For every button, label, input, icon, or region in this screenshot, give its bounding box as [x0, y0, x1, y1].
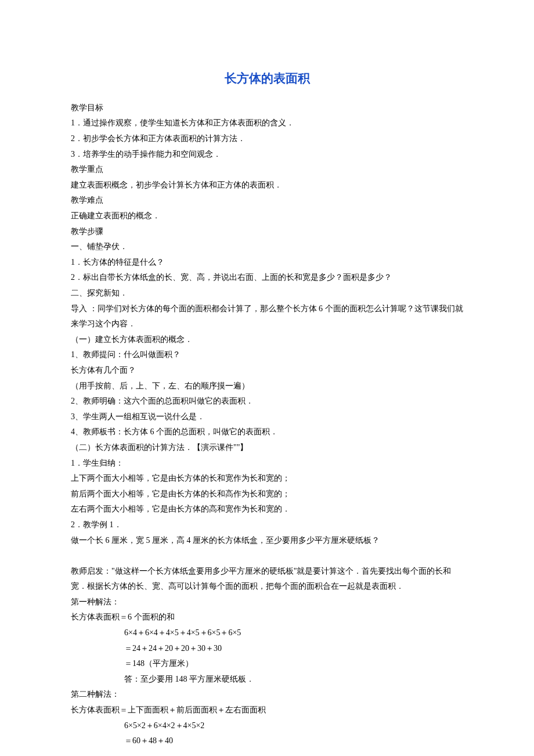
page-title: 长方体的表面积 — [71, 67, 463, 90]
text-line: 1．学生归纳： — [71, 456, 463, 471]
text-line: 做一个长 6 厘米，宽 5 厘米，高 4 厘米的长方体纸盒，至少要用多少平方厘米… — [71, 533, 463, 549]
calc-line: ＝148（平方厘米） — [71, 656, 463, 672]
text-line: 第二种解法： — [71, 687, 463, 703]
text-line: 2．标出自带长方体纸盒的长、宽、高，并说出右面、上面的长和宽是多少？面积是多少？ — [71, 270, 463, 286]
text-line: 建立表面积概念，初步学会计算长方体和正方体的表面积． — [71, 178, 463, 193]
text-line: 教学难点 — [71, 193, 463, 208]
text-line: （二）长方体表面积的计算方法．【演示课件""】 — [71, 440, 463, 456]
calc-line: 6×4＋6×4＋4×5＋4×5＋6×5＋6×5 — [71, 625, 463, 641]
calc-line: 6×5×2＋6×4×2＋4×5×2 — [71, 718, 463, 734]
text-line: 左右两个面大小相等，它是由长方体的高和宽作为长和宽的． — [71, 502, 463, 517]
text-line: 教师启发："做这样一个长方体纸盒要用多少平方厘米的硬纸板"就是要计算这个．首先要… — [71, 564, 463, 595]
text-line: 1、教师提问：什么叫做面积？ — [71, 347, 463, 363]
text-line: （用手按前、后，上、下，左、右的顺序摸一遍） — [71, 379, 463, 394]
text-line: 教学重点 — [71, 162, 463, 178]
text-line: 2．教学例 1． — [71, 517, 463, 533]
calc-line: ＝24＋24＋20＋20＋30＋30 — [71, 641, 463, 657]
blank-line — [71, 548, 463, 564]
text-line: 4、教师板书：长方体 6 个面的总面积，叫做它的表面积． — [71, 424, 463, 440]
text-line: 长方体表面积＝6 个面积的和 — [71, 610, 463, 625]
text-line: 教学步骤 — [71, 224, 463, 240]
document-page: 长方体的表面积 教学目标 1．通过操作观察，使学生知道长方体和正方体表面积的含义… — [0, 0, 534, 756]
text-line: 2、教师明确：这六个面的总面积叫做它的表面积． — [71, 394, 463, 409]
text-line: 1．长方体的特征是什么？ — [71, 255, 463, 271]
text-line: 一、铺垫孕伏． — [71, 239, 463, 255]
text-line: 1．通过操作观察，使学生知道长方体和正方体表面积的含义． — [71, 116, 463, 131]
text-line: 第一种解法： — [71, 595, 463, 610]
text-line: （一）建立长方体表面积的概念． — [71, 332, 463, 348]
text-line: 2．初步学会长方体和正方体表面积的计算方法． — [71, 131, 463, 147]
text-line: 3、学生两人一组相互说一说什么是． — [71, 409, 463, 425]
calc-line: 答：至少要用 148 平方厘米硬纸板． — [71, 672, 463, 687]
text-line: 上下两个面大小相等，它是由长方体的长和宽作为长和宽的； — [71, 471, 463, 487]
text-line: 教学目标 — [71, 100, 463, 116]
text-line: 二、探究新知． — [71, 286, 463, 301]
calc-line: ＝60＋48＋40 — [71, 733, 463, 749]
text-line: 3．培养学生的动手操作能力和空间观念． — [71, 147, 463, 163]
text-line: 前后两个面大小相等，它是由长方体的长和高作为长和宽的； — [71, 487, 463, 502]
text-line: 长方体有几个面？ — [71, 363, 463, 379]
text-line: 长方体表面积＝上下面面积＋前后面面积＋左右面面积 — [71, 703, 463, 718]
text-line: 正确建立表面积的概念． — [71, 208, 463, 224]
text-line: 导入 ：同学们对长方体的每个面的面积都会计算了，那么整个长方体 6 个面的面积怎… — [71, 301, 463, 332]
